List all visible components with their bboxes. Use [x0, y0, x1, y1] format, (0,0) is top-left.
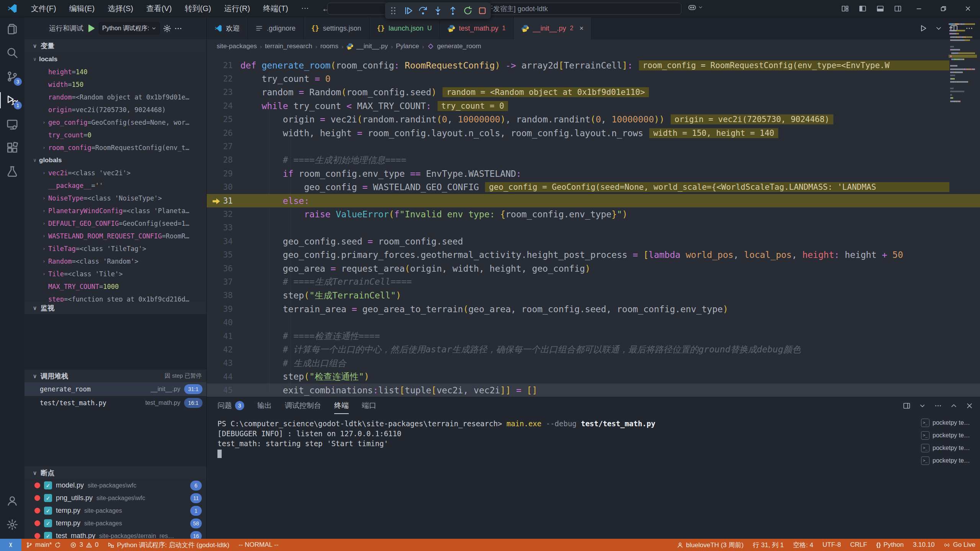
- debug-config-select[interactable]: Python 调试程序: 启: [99, 22, 160, 34]
- call-stack-section-header[interactable]: ∨调用堆栈 因 step 已暂停: [24, 370, 206, 382]
- code-line[interactable]: 33: [207, 221, 980, 235]
- breakpoint-row[interactable]: ✓temp.pysite-packages58: [24, 517, 206, 530]
- breadcrumb-item[interactable]: __init__.py: [356, 42, 388, 50]
- code-line[interactable]: 32raise ValueError(f"Invalid env type: {…: [207, 207, 980, 221]
- minimize-button[interactable]: [906, 0, 931, 17]
- variable-row[interactable]: width = 150: [24, 78, 206, 91]
- code-line[interactable]: 23random = Random(room_config.seed)rando…: [207, 86, 980, 99]
- tab-__init__py[interactable]: __init__.py2×: [514, 17, 592, 39]
- code-line[interactable]: 31else:: [207, 194, 980, 207]
- activity-testing[interactable]: [0, 160, 24, 183]
- code-line[interactable]: 40: [207, 316, 980, 329]
- code-editor[interactable]: 21def generate_room(room_config: RoomReq…: [207, 53, 980, 397]
- variable-row[interactable]: random = <Random object at 0x1bf9d01e…: [24, 91, 206, 103]
- code-line[interactable]: 21def generate_room(room_config: RoomReq…: [207, 59, 980, 72]
- status-git-branch[interactable]: main*: [21, 539, 65, 551]
- command-center-search[interactable]: [扩展开发宿主] godot-ldtk: [327, 3, 681, 15]
- step-over-button[interactable]: [416, 4, 430, 17]
- menu-item-···[interactable]: ···: [295, 3, 315, 14]
- continue-button[interactable]: [402, 4, 415, 17]
- terminal-instance-item[interactable]: >_pocketpy te…: [921, 454, 978, 467]
- panel-tab-调试控制台[interactable]: 调试控制台: [285, 397, 321, 414]
- variables-section-header[interactable]: ∨变量: [24, 39, 206, 52]
- menu-item-选择S[interactable]: 选择(S): [101, 3, 140, 14]
- code-line[interactable]: 29if room_config.env_type == EnvType.WAS…: [207, 167, 980, 180]
- code-line[interactable]: 41# ====检查连通性====: [207, 329, 980, 343]
- restore-button[interactable]: [931, 0, 956, 17]
- close-window-button[interactable]: [956, 0, 980, 17]
- customize-layout-button[interactable]: [836, 5, 854, 12]
- chevron-down-button[interactable]: [919, 402, 926, 409]
- variable-row[interactable]: ›NoiseType = <class 'NoiseType'>: [24, 192, 206, 204]
- variable-row[interactable]: ›room_config = RoomRequestConfig(env_t…: [24, 141, 206, 154]
- activity-source-control[interactable]: 3: [0, 65, 24, 88]
- activity-remote-explorer[interactable]: [0, 112, 24, 136]
- variable-group[interactable]: ∨globals: [24, 154, 206, 166]
- start-debug-button[interactable]: [87, 24, 96, 33]
- menu-item-运行R[interactable]: 运行(R): [217, 3, 256, 14]
- code-line[interactable]: 37# ====生成TerrainCell====: [207, 275, 980, 289]
- terminal-instance-item[interactable]: >_pocketpy te…: [921, 429, 978, 442]
- status-cursor-position[interactable]: 行 31, 列 1: [748, 539, 788, 551]
- menu-item-转到G[interactable]: 转到(G): [178, 3, 218, 14]
- terminal-output[interactable]: PS C:\computer_science\godot-ldtk\site-p…: [217, 419, 919, 458]
- maximize-button[interactable]: [950, 402, 957, 409]
- menu-item-文件F[interactable]: 文件(F): [24, 3, 63, 14]
- menu-item-编辑E[interactable]: 编辑(E): [63, 3, 101, 14]
- variable-row[interactable]: height = 140: [24, 65, 206, 78]
- variable-row[interactable]: try_count = 0: [24, 129, 206, 141]
- grip-button[interactable]: [387, 4, 400, 17]
- activity-search[interactable]: [0, 41, 24, 65]
- breakpoint-row[interactable]: ✓temp.pysite-packages1: [24, 504, 206, 517]
- step-out-button[interactable]: [446, 4, 459, 17]
- tab-test_mathpy[interactable]: test_math.py1: [440, 17, 514, 39]
- toggle-secondary-sidebar-button[interactable]: [889, 5, 906, 12]
- variable-row[interactable]: ›DEFAULT_GEO_CONFIG = GeoConfig(seed=1…: [24, 217, 206, 230]
- breakpoint-checkbox[interactable]: ✓: [44, 481, 52, 489]
- variable-row[interactable]: ›WASTELAND_ROOM_REQUEST_CONFIG = RoomR…: [24, 230, 206, 242]
- menu-item-查看V[interactable]: 查看(V): [140, 3, 178, 14]
- code-line[interactable]: 38step("生成TerrainCell"): [207, 289, 980, 302]
- breadcrumb-item[interactable]: terrain_research: [265, 42, 312, 50]
- restart-button[interactable]: [461, 4, 474, 17]
- tab-gdignore[interactable]: .gdignore: [248, 17, 304, 39]
- call-stack-frame[interactable]: test/test_math.pytest_math.py16:1: [24, 396, 206, 410]
- stop-button[interactable]: [476, 4, 489, 17]
- code-line[interactable]: 28# ====生成初始地理信息====: [207, 153, 980, 167]
- variable-row[interactable]: __package__ = '': [24, 179, 206, 192]
- close-button[interactable]: [966, 402, 973, 409]
- variable-row[interactable]: ›PlanetaryWindConfig = <class 'Planeta…: [24, 204, 206, 217]
- code-line[interactable]: 25origin = vec2i(random.randint(0, 10000…: [207, 113, 980, 126]
- variable-row[interactable]: ›vec2i = <class 'vec2i'>: [24, 166, 206, 179]
- call-stack-frame[interactable]: generate_room__init__.py31:1: [24, 382, 206, 396]
- status-encoding[interactable]: UTF-8: [818, 539, 845, 551]
- code-line[interactable]: 26width, height = room_config.layout.n_c…: [207, 126, 980, 140]
- activity-extensions[interactable]: [0, 136, 24, 160]
- status-debug-config[interactable]: Python 调试程序: 启动文件 (godot-ldtk): [103, 539, 234, 551]
- terminal-instance-item[interactable]: >_pocketpy te…: [921, 416, 978, 429]
- status-python-version[interactable]: 3.10.10: [908, 539, 939, 551]
- code-line[interactable]: 30geo_config = WASTELAND_GEO_CONFIGgeo_c…: [207, 181, 980, 194]
- panel-tab-端口[interactable]: 端口: [362, 397, 376, 414]
- more-actions-icon[interactable]: [174, 24, 182, 33]
- minimap[interactable]: [949, 23, 977, 103]
- status-remote[interactable]: [0, 539, 21, 551]
- variable-row[interactable]: step = <function step at 0x1bf9cd216d…: [24, 293, 206, 302]
- activity-account[interactable]: [0, 489, 24, 513]
- debug-settings-gear-icon[interactable]: [163, 24, 171, 33]
- status-eol[interactable]: CRLF: [846, 539, 872, 551]
- chevron-down-button[interactable]: [935, 24, 942, 32]
- run-button[interactable]: [920, 24, 927, 32]
- breakpoint-checkbox[interactable]: ✓: [44, 532, 52, 539]
- terminal-layout-button[interactable]: [903, 402, 910, 409]
- copilot-button[interactable]: [688, 3, 703, 11]
- breakpoint-checkbox[interactable]: ✓: [44, 519, 52, 527]
- code-line[interactable]: 42# 计算每一个出口的中心，然后使用astar生成路径，确保每一个出口组合都可…: [207, 343, 980, 356]
- tab-close-icon[interactable]: ×: [580, 24, 584, 33]
- watch-section-header[interactable]: ∨监视: [24, 302, 206, 314]
- status-language-mode[interactable]: {}Python: [872, 539, 908, 551]
- breadcrumb-item[interactable]: rooms: [320, 42, 338, 50]
- status-go-live[interactable]: Go Live: [939, 539, 980, 551]
- status-vim-mode[interactable]: -- NORMAL --: [234, 539, 283, 551]
- code-line[interactable]: 36geo_area = request_area(origin, width,…: [207, 262, 980, 275]
